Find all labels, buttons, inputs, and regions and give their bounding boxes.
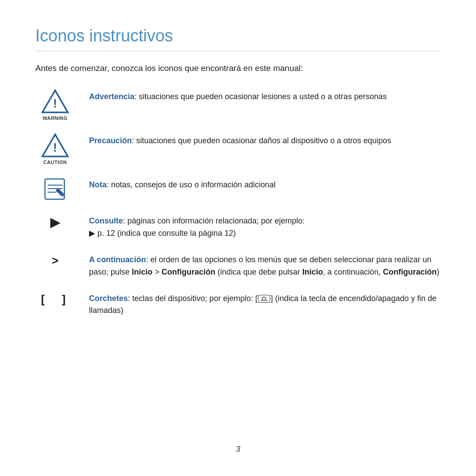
- bracket-bold-label: Corchetes: [89, 294, 128, 303]
- list-item: ! CAUTION Precaución: situaciones que pu…: [35, 133, 441, 165]
- title-divider: [35, 51, 441, 51]
- arrow-icon: ▶: [50, 213, 60, 230]
- note-icon-cell: [35, 177, 75, 201]
- warning-text: : situaciones que pueden ocasionar lesio…: [134, 92, 387, 101]
- bracket-text: : teclas del dispositivo; por ejemplo: […: [89, 294, 436, 315]
- next-description: A continuación: el orden de las opciones…: [89, 252, 441, 279]
- gt-icon-cell: >: [35, 252, 75, 268]
- svg-text:!: !: [53, 141, 57, 154]
- icon-list: ! WARNING Advertencia: situaciones que p…: [35, 89, 441, 317]
- page-title: Iconos instructivos: [35, 26, 441, 45]
- next-text5: ): [437, 268, 439, 276]
- note-text: : notas, consejos de uso o información a…: [107, 180, 275, 189]
- list-item: Nota: notas, consejos de uso o informaci…: [35, 177, 441, 201]
- page-number: 3: [236, 445, 240, 454]
- next-text2: >: [152, 268, 162, 276]
- note-description: Nota: notas, consejos de uso o informaci…: [89, 177, 441, 191]
- svg-line-12: [266, 300, 267, 301]
- next-config: Configuración: [162, 268, 216, 276]
- next-text4: , a continuación,: [323, 268, 383, 276]
- next-bold-label: A continuación: [89, 255, 146, 264]
- svg-text:!: !: [53, 97, 57, 110]
- list-item: ▶ Consulte: páginas con información rela…: [35, 213, 441, 240]
- intro-text: Antes de comenzar, conozca los iconos qu…: [35, 63, 441, 73]
- warning-bold-label: Advertencia: [89, 92, 134, 101]
- arrow-icon-cell: ▶: [35, 213, 75, 230]
- bracket-icon-cell: [ ]: [35, 291, 75, 306]
- caution-bold-label: Precaución: [89, 136, 132, 145]
- warning-description: Advertencia: situaciones que pueden ocas…: [89, 89, 441, 103]
- page: Iconos instructivos Antes de comenzar, c…: [0, 0, 476, 476]
- caution-description: Precaución: situaciones que pueden ocasi…: [89, 133, 441, 147]
- svg-point-10: [262, 297, 266, 301]
- caution-label: CAUTION: [43, 160, 67, 165]
- see-description: Consulte: páginas con información relaci…: [89, 213, 441, 240]
- next-text3: (indica que debe pulsar: [216, 268, 302, 276]
- bracket-description: Corchetes: teclas del dispositivo; por e…: [89, 291, 441, 317]
- list-item: [ ] Corchetes: teclas del dispositivo; p…: [35, 291, 441, 317]
- bracket-icon: [ ]: [41, 291, 69, 306]
- list-item: ! WARNING Advertencia: situaciones que p…: [35, 89, 441, 121]
- greater-than-icon: >: [52, 252, 58, 268]
- next-inicio: Inicio: [132, 268, 152, 276]
- caution-icon-cell: ! CAUTION: [35, 133, 75, 165]
- warning-icon: !: [41, 89, 69, 114]
- warning-icon-cell: ! WARNING: [35, 89, 75, 121]
- phone-key-icon: [258, 295, 270, 303]
- warning-label: WARNING: [43, 115, 68, 121]
- caution-icon: !: [41, 133, 69, 158]
- svg-line-11: [261, 300, 262, 301]
- note-bold-label: Nota: [89, 180, 107, 189]
- note-icon: [43, 177, 67, 201]
- next-config2: Configuración: [383, 268, 437, 276]
- caution-text: : situaciones que pueden ocasionar daños…: [132, 136, 391, 145]
- next-inicio2: Inicio: [302, 268, 323, 276]
- see-bold-label: Consulte: [89, 216, 123, 225]
- list-item: > A continuación: el orden de las opcion…: [35, 252, 441, 279]
